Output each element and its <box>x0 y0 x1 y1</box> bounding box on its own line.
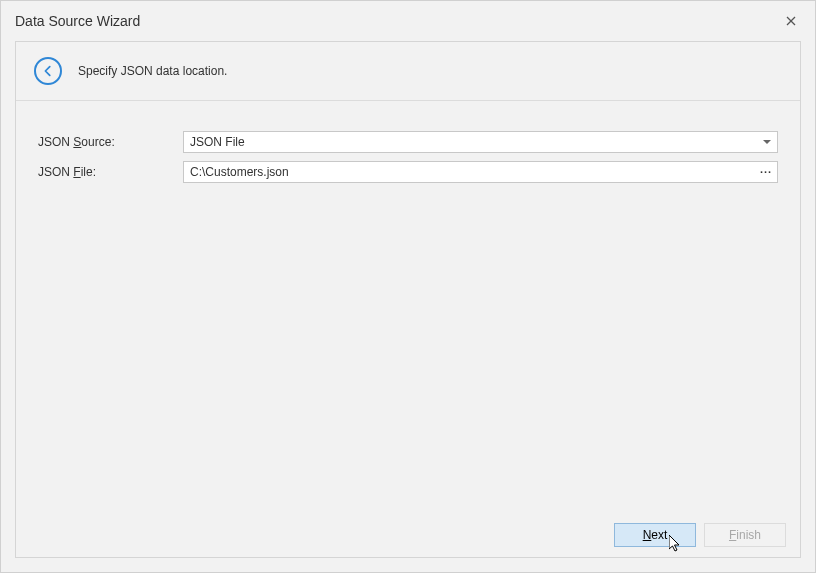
json-source-combo[interactable]: JSON File <box>183 131 778 153</box>
instruction-text: Specify JSON data location. <box>78 64 227 78</box>
browse-button[interactable]: ··· <box>755 162 777 182</box>
form-area: JSON Source: JSON File JSON File: ··· <box>16 101 800 513</box>
finish-button: Finish <box>704 523 786 547</box>
json-file-row: JSON File: ··· <box>38 161 778 183</box>
wizard-content: Specify JSON data location. JSON Source:… <box>15 41 801 558</box>
json-file-field-wrap: ··· <box>183 161 778 183</box>
window-title: Data Source Wizard <box>15 13 781 29</box>
next-button[interactable]: Next <box>614 523 696 547</box>
close-icon <box>786 16 796 26</box>
back-button[interactable] <box>34 57 62 85</box>
json-file-input[interactable] <box>184 162 755 182</box>
titlebar: Data Source Wizard <box>1 1 815 41</box>
json-source-value: JSON File <box>190 135 763 149</box>
back-arrow-icon <box>41 64 55 78</box>
chevron-down-icon <box>763 140 771 144</box>
ellipsis-icon: ··· <box>760 166 772 178</box>
wizard-footer: Next Finish <box>16 513 800 557</box>
json-source-row: JSON Source: JSON File <box>38 131 778 153</box>
json-source-label: JSON Source: <box>38 135 183 149</box>
json-file-label: JSON File: <box>38 165 183 179</box>
close-button[interactable] <box>781 11 801 31</box>
wizard-header: Specify JSON data location. <box>16 42 800 101</box>
wizard-window: Data Source Wizard Specify JSON data loc… <box>0 0 816 573</box>
